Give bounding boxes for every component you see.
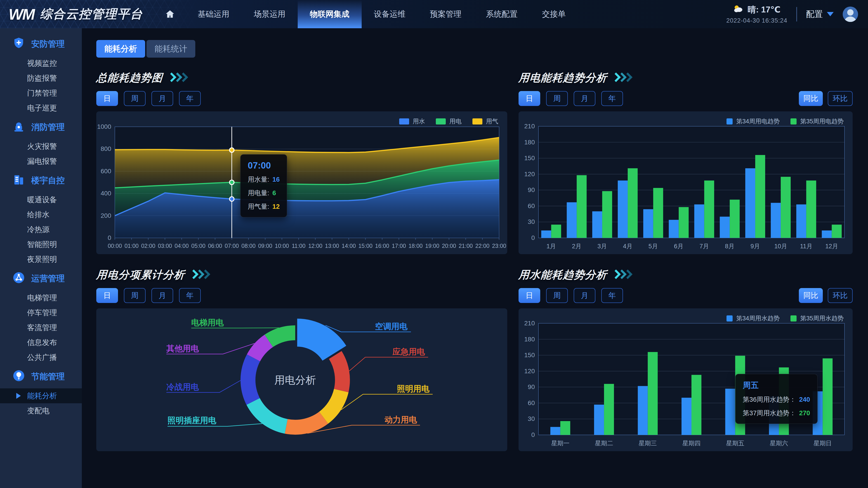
svg-text:12月: 12月: [825, 243, 838, 250]
legend-label: 第34周用电趋势: [736, 117, 780, 125]
sidebar-item[interactable]: 给排水: [0, 207, 82, 222]
period-button[interactable]: 年: [601, 91, 623, 106]
sidebar-item[interactable]: 视频监控: [0, 56, 82, 71]
sidebar-item[interactable]: 暖通设备: [0, 192, 82, 207]
svg-text:03:00: 03:00: [158, 242, 172, 249]
tab[interactable]: 能耗统计: [147, 40, 195, 58]
sidebar-item[interactable]: 电子巡更: [0, 101, 82, 116]
svg-text:30: 30: [528, 218, 535, 225]
sidebar-section-header[interactable]: 消防管理: [0, 116, 82, 139]
period-button[interactable]: 月: [574, 288, 595, 303]
sidebar-item[interactable]: 漏电报警: [0, 154, 82, 169]
sidebar-section-header[interactable]: 运营管理: [0, 267, 82, 290]
sidebar-item[interactable]: 信息发布: [0, 335, 82, 350]
legend-item[interactable]: 第34周用电趋势: [726, 117, 780, 125]
legend-swatch: [472, 119, 483, 125]
nav-item[interactable]: 设备运维: [362, 0, 418, 28]
electricity-donut-chart[interactable]: 空调用电应急用电照明用电动力用电照明插座用电冷战用电其他用电电梯用电用电分析: [96, 308, 507, 451]
period-button[interactable]: 日: [519, 288, 540, 303]
svg-text:90: 90: [528, 186, 535, 193]
sidebar-section-header[interactable]: 节能管理: [0, 365, 82, 388]
sidebar-item[interactable]: 火灾报警: [0, 139, 82, 154]
sidebar-item[interactable]: 公共广播: [0, 350, 82, 365]
avatar[interactable]: [843, 6, 858, 22]
logo-mark: WM: [8, 5, 34, 23]
nav-item[interactable]: 预案管理: [418, 0, 474, 28]
compare-button[interactable]: 同比: [799, 91, 823, 106]
svg-text:5月: 5月: [649, 243, 658, 250]
sidebar-item[interactable]: 门禁管理: [0, 86, 82, 101]
tooltip-title: 07:00: [248, 160, 280, 170]
nav-item[interactable]: 基础运用: [186, 0, 242, 28]
nav-item[interactable]: 场景运用: [242, 0, 298, 28]
sidebar-section-header[interactable]: 楼宇自控: [0, 169, 82, 192]
svg-text:空调用电: 空调用电: [375, 322, 408, 331]
sidebar-item[interactable]: 夜景照明: [0, 252, 82, 267]
period-button[interactable]: 月: [151, 91, 173, 106]
legend-item[interactable]: 第34周用水趋势: [726, 314, 780, 322]
svg-text:200: 200: [101, 212, 111, 219]
period-button[interactable]: 日: [96, 91, 118, 106]
svg-text:400: 400: [101, 190, 111, 197]
svg-text:星期五: 星期五: [726, 440, 744, 447]
period-button[interactable]: 年: [179, 91, 201, 106]
column-left-row1: 总能耗趋势图 日周月年 用水用电用气 0200400600800100000:0…: [96, 65, 507, 254]
legend-label: 用电: [450, 117, 462, 125]
sidebar-item[interactable]: 变配电: [0, 403, 82, 418]
period-controls-3: 日周月年: [96, 288, 507, 303]
weather-label: 晴: 17℃: [747, 4, 780, 15]
sidebar-section-header[interactable]: 安防管理: [0, 32, 82, 56]
legend-item[interactable]: 用气: [472, 117, 498, 125]
nav-item[interactable]: 系统配置: [474, 0, 530, 28]
compare-button[interactable]: 同比: [799, 288, 823, 303]
period-button[interactable]: 周: [546, 91, 568, 106]
compare-button[interactable]: 环比: [828, 91, 852, 106]
nav-item[interactable]: 物联网集成: [298, 0, 362, 28]
svg-text:星期日: 星期日: [813, 440, 832, 447]
area-chart[interactable]: 0200400600800100000:0001:0002:0003:0004:…: [96, 111, 507, 254]
sidebar-item[interactable]: 停车管理: [0, 305, 82, 320]
svg-text:07:00: 07:00: [225, 242, 239, 249]
sidebar-item[interactable]: 智能照明: [0, 237, 82, 252]
period-button[interactable]: 年: [179, 288, 201, 303]
period-button[interactable]: 周: [546, 288, 568, 303]
legend-item[interactable]: 第35周用水趋势: [790, 314, 844, 322]
nav-item[interactable]: 交接单: [530, 0, 578, 28]
period-button[interactable]: 月: [574, 91, 595, 106]
electricity-bar-chart[interactable]: 03060901201501802101月2月3月4月5月6月7月8月9月10月…: [519, 111, 852, 254]
sidebar-item[interactable]: 客流管理: [0, 320, 82, 335]
compare-button[interactable]: 环比: [828, 288, 852, 303]
legend-item[interactable]: 用电: [436, 117, 462, 125]
period-button[interactable]: 周: [124, 91, 146, 106]
period-controls-1: 日周月年: [96, 91, 507, 106]
legend-item[interactable]: 第35周用电趋势: [790, 117, 844, 125]
period-button[interactable]: 日: [519, 91, 540, 106]
legend-label: 用气: [486, 117, 498, 125]
panel-electricity-donut: 空调用电应急用电照明用电动力用电照明插座用电冷战用电其他用电电梯用电用电分析: [96, 308, 507, 451]
sidebar-item[interactable]: 能耗分析: [0, 388, 82, 403]
tooltip-row: 第36周用水趋势：240: [743, 395, 810, 404]
panel-title-water-trend: 用水能耗趋势分析: [518, 268, 608, 282]
legend-item[interactable]: 用水: [399, 117, 425, 125]
svg-text:14:00: 14:00: [342, 242, 356, 249]
sidebar-item[interactable]: 防盗报警: [0, 71, 82, 86]
area-chart-tooltip: 07:00用水量:16用电量:6用气量:12: [240, 154, 287, 217]
water-chart-tooltip: 周五第36周用水趋势：240第37周用水趋势：270: [735, 374, 817, 424]
config-dropdown[interactable]: 配置: [806, 8, 834, 20]
panel-water-bar-chart: 第34周用水趋势第35周用水趋势 0306090120150180210星期一星…: [519, 308, 852, 451]
tab[interactable]: 能耗分析: [96, 40, 145, 58]
home-icon[interactable]: [165, 9, 175, 20]
period-button[interactable]: 日: [96, 288, 118, 303]
period-button[interactable]: 月: [151, 288, 173, 303]
svg-text:星期一: 星期一: [551, 440, 569, 447]
svg-text:30: 30: [528, 415, 535, 422]
main-content: 能耗分析能耗统计 总能耗趋势图 日周月年 用水用电用气: [82, 28, 868, 488]
period-button[interactable]: 年: [601, 288, 623, 303]
svg-text:13:00: 13:00: [325, 242, 339, 249]
svg-text:应急用电: 应急用电: [392, 347, 425, 356]
svg-text:800: 800: [101, 145, 111, 152]
sidebar-item[interactable]: 冷热源: [0, 222, 82, 237]
period-button[interactable]: 周: [124, 288, 146, 303]
sidebar-item[interactable]: 电梯管理: [0, 290, 82, 305]
logo: WM 综合云控管理平台: [0, 5, 143, 23]
